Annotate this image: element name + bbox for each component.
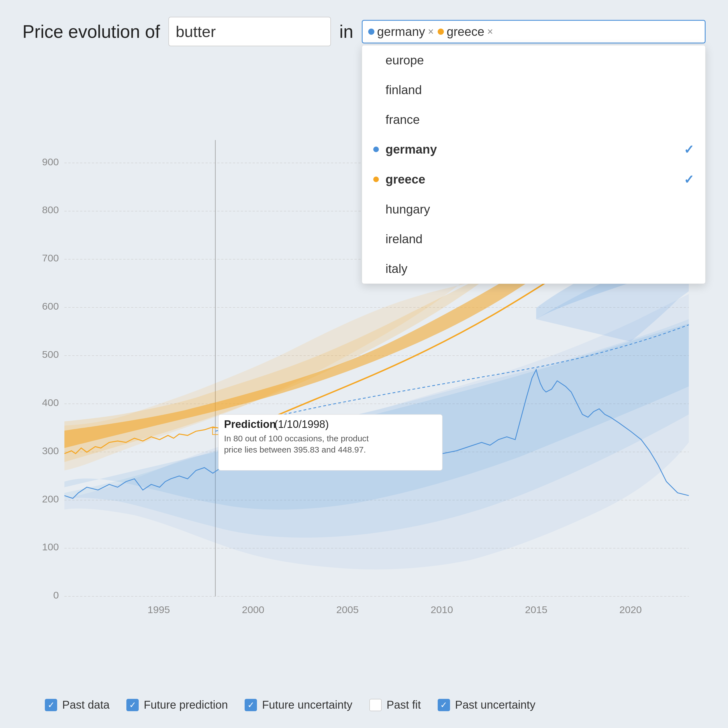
past-fit-label: Past fit — [387, 699, 421, 711]
past-uncertainty-check-icon: ✓ — [440, 700, 447, 710]
greece-remove-button[interactable]: × — [487, 27, 493, 37]
germany-dot — [368, 29, 375, 35]
dropdown-item-finland[interactable]: finland — [362, 75, 705, 105]
dropdown-label-italy: italy — [385, 262, 407, 276]
x-axis-labels: 1995 2000 2005 2010 2015 2020 — [148, 604, 642, 615]
dropdown-dot-greece — [373, 176, 379, 182]
future-uncertainty-label: Future uncertainty — [262, 699, 352, 711]
legend-item-past-data: ✓ Past data — [45, 699, 110, 711]
y-axis-labels: 0 100 200 300 400 500 600 700 800 900 — [42, 156, 59, 601]
greece-check-icon: ✓ — [684, 172, 694, 187]
svg-text:600: 600 — [42, 300, 59, 312]
svg-text:2005: 2005 — [336, 604, 359, 615]
country-tag-greece: greece × — [438, 24, 493, 39]
past-uncertainty-label: Past uncertainty — [455, 699, 535, 711]
page-title: Price evolution of — [22, 21, 160, 42]
dropdown-item-italy[interactable]: italy — [362, 254, 705, 284]
svg-text:2015: 2015 — [525, 604, 547, 615]
legend-item-future-uncertainty: ✓ Future uncertainty — [245, 699, 352, 711]
header: Price evolution of 🔍 in germany × greece… — [22, 17, 706, 46]
dropdown-label-hungary: hungary — [385, 202, 430, 216]
svg-text:800: 800 — [42, 204, 59, 216]
germany-check-icon: ✓ — [684, 142, 694, 157]
svg-text:400: 400 — [42, 397, 59, 408]
country-search-input[interactable] — [497, 24, 514, 39]
svg-text:0: 0 — [53, 589, 59, 601]
past-data-checkbox[interactable]: ✓ — [45, 699, 57, 711]
legend-item-future-prediction: ✓ Future prediction — [126, 699, 228, 711]
germany-label: germany — [377, 24, 425, 39]
svg-text:2010: 2010 — [431, 604, 453, 615]
future-uncertainty-check-icon: ✓ — [248, 700, 254, 710]
dropdown-label-germany: germany — [385, 142, 437, 156]
dropdown-item-france[interactable]: france — [362, 105, 705, 135]
country-selector: germany × greece × europe — [362, 20, 706, 43]
greece-dot — [438, 29, 444, 35]
future-uncertainty-checkbox[interactable]: ✓ — [245, 699, 257, 711]
future-prediction-check-icon: ✓ — [129, 700, 136, 710]
dropdown-dot-germany — [373, 147, 379, 152]
in-label: in — [340, 21, 353, 42]
legend-item-past-uncertainty: ✓ Past uncertainty — [438, 699, 535, 711]
dropdown-label-ireland: ireland — [385, 232, 422, 246]
svg-text:2020: 2020 — [619, 604, 642, 615]
svg-text:900: 900 — [42, 156, 59, 168]
past-data-check-icon: ✓ — [47, 700, 55, 710]
svg-text:In 80 out of 100 occasions, th: In 80 out of 100 occasions, the product — [224, 434, 369, 443]
svg-text:500: 500 — [42, 349, 59, 360]
svg-text:200: 200 — [42, 493, 59, 505]
country-dropdown: europe finland france germany ✓ gr — [362, 45, 706, 284]
svg-text:100: 100 — [42, 541, 59, 552]
greece-label: greece — [447, 24, 485, 39]
svg-text:2000: 2000 — [242, 604, 264, 615]
dropdown-item-ireland[interactable]: ireland — [362, 224, 705, 254]
svg-text:Prediction: Prediction — [224, 418, 276, 430]
dropdown-item-greece[interactable]: greece ✓ — [362, 165, 705, 194]
country-tag-germany: germany × — [368, 24, 434, 39]
dropdown-label-finland: finland — [385, 83, 422, 97]
future-prediction-checkbox[interactable]: ✓ — [126, 699, 139, 711]
tooltip-group: Prediction (1/10/1998) In 80 out of 100 … — [218, 414, 442, 471]
legend-item-past-fit: Past fit — [369, 699, 421, 711]
dropdown-item-germany[interactable]: germany ✓ — [362, 135, 705, 165]
country-tags-container[interactable]: germany × greece × — [362, 20, 706, 43]
search-box: 🔍 — [168, 17, 331, 46]
germany-remove-button[interactable]: × — [428, 27, 434, 37]
dropdown-item-europe[interactable]: europe — [362, 45, 705, 75]
dropdown-label-greece: greece — [385, 172, 425, 187]
svg-text:price lies between 395.83 and : price lies between 395.83 and 448.97. — [224, 445, 366, 454]
past-fit-checkbox[interactable] — [369, 699, 382, 711]
svg-text:(1/10/1998): (1/10/1998) — [274, 418, 329, 430]
past-data-label: Past data — [62, 699, 110, 711]
svg-text:700: 700 — [42, 252, 59, 264]
legend: ✓ Past data ✓ Future prediction ✓ Future… — [22, 687, 706, 711]
past-uncertainty-checkbox[interactable]: ✓ — [438, 699, 450, 711]
svg-text:300: 300 — [42, 445, 59, 456]
dropdown-item-hungary[interactable]: hungary — [362, 194, 705, 224]
future-prediction-label: Future prediction — [144, 699, 228, 711]
svg-text:1995: 1995 — [148, 604, 170, 615]
dropdown-label-france: france — [385, 113, 420, 127]
dropdown-label-europe: europe — [385, 53, 424, 67]
